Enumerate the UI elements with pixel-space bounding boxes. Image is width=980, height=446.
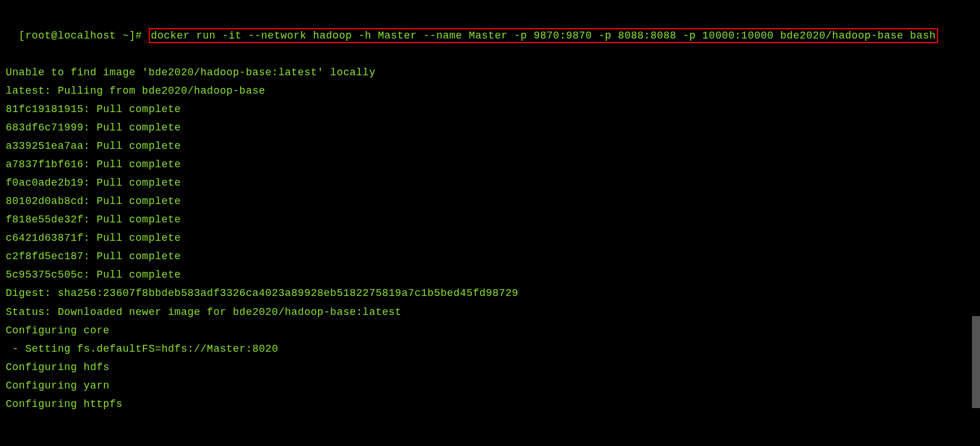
output-line: - Setting fs.defaultFS=hdfs://Master:802… [6,343,278,355]
shell-prompt: [root@localhost ~]# [19,30,149,41]
output-line: a7837f1bf616: Pull complete [6,159,181,170]
terminal-output: Unable to find image 'bde2020/hadoop-bas… [6,45,974,413]
output-line: Digest: sha256:23607f8bbdeb583adf3326ca4… [6,287,518,299]
output-line: 80102d0ab8cd: Pull complete [6,195,181,207]
output-line: 683df6c71999: Pull complete [6,122,181,133]
output-line: Configuring httpfs [6,398,122,410]
output-line: a339251ea7aa: Pull complete [6,140,181,152]
output-line: 5c95375c505c: Pull complete [6,269,181,280]
output-line: Configuring hdfs [6,362,110,373]
output-line: Configuring yarn [6,380,110,391]
output-line: Unable to find image 'bde2020/hadoop-bas… [6,67,375,78]
output-line: f0ac0ade2b19: Pull complete [6,177,181,189]
scrollbar-thumb[interactable] [972,316,980,408]
output-line: 81fc19181915: Pull complete [6,103,181,115]
output-line: Configuring core [6,325,110,336]
command-input: docker run -it --network hadoop -h Maste… [149,28,939,43]
output-line: c2f8fd5ec187: Pull complete [6,251,181,262]
output-line: latest: Pulling from bde2020/hadoop-base [6,85,265,97]
output-line: c6421d63871f: Pull complete [6,232,181,244]
output-line: f818e55de32f: Pull complete [6,214,181,225]
output-line: Status: Downloaded newer image for bde20… [6,306,401,318]
terminal-window[interactable]: [root@localhost ~]# docker run -it --net… [6,8,974,432]
